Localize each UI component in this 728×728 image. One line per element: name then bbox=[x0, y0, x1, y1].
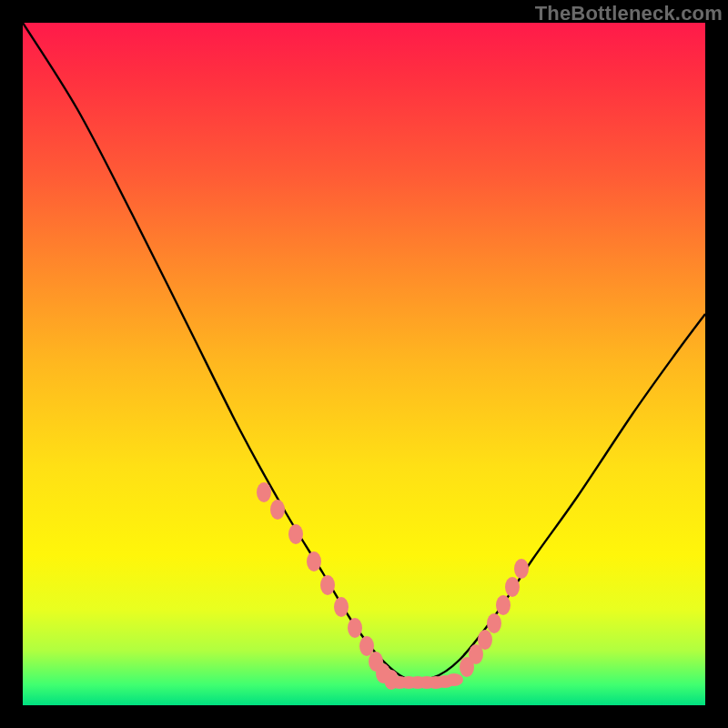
plot-area bbox=[23, 23, 705, 705]
dot bbox=[288, 524, 303, 544]
dot bbox=[514, 559, 529, 579]
bottleneck-curve bbox=[23, 23, 705, 681]
dot bbox=[496, 595, 511, 615]
dot bbox=[478, 630, 492, 650]
dot bbox=[505, 577, 520, 597]
dot bbox=[257, 482, 271, 502]
chart-svg bbox=[23, 23, 705, 705]
dot bbox=[348, 618, 362, 638]
dot bbox=[445, 673, 463, 686]
dot bbox=[320, 575, 335, 595]
curve-dots bbox=[257, 482, 529, 690]
dot bbox=[270, 500, 285, 520]
dot bbox=[487, 613, 501, 633]
dot bbox=[307, 551, 321, 571]
dot bbox=[359, 636, 374, 656]
dot bbox=[334, 597, 349, 617]
